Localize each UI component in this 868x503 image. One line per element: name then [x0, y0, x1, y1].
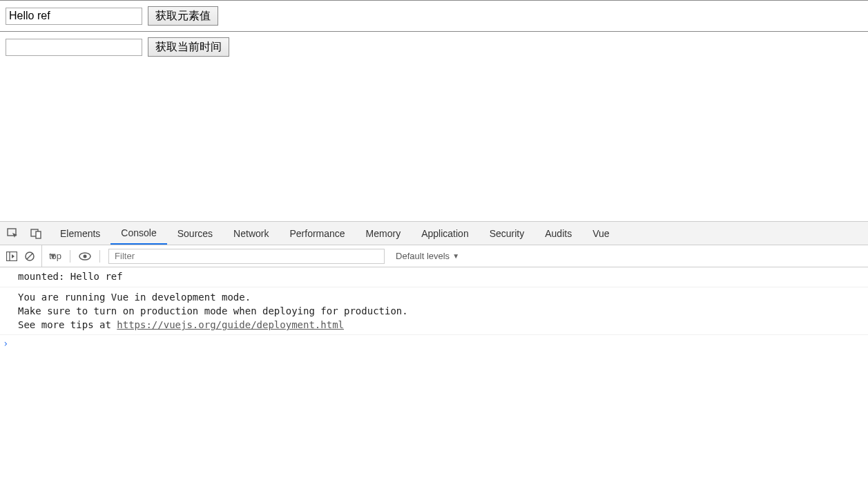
log-levels-label: Default levels	[396, 251, 450, 261]
tab-network[interactable]: Network	[223, 222, 279, 245]
form-row-2: 获取当前时间	[0, 32, 868, 62]
time-input[interactable]	[6, 39, 142, 56]
svg-point-8	[84, 254, 87, 258]
console-output: mounted: Hello ref You are running Vue i…	[0, 267, 868, 503]
form-row-1: 获取元素值	[0, 1, 868, 32]
devtools-tabstrip: Elements Console Sources Network Perform…	[0, 222, 868, 245]
device-toggle-icon[interactable]	[30, 227, 43, 240]
svg-line-6	[27, 254, 32, 259]
tab-audits[interactable]: Audits	[534, 222, 582, 245]
tab-vue[interactable]: Vue	[582, 222, 619, 245]
clear-console-icon[interactable]	[23, 250, 36, 263]
console-log-block: You are running Vue in development mode.…	[0, 287, 868, 336]
console-warn-text: See more tips at https://vuejs.org/guide…	[18, 318, 868, 332]
divider	[99, 250, 100, 263]
toggle-sidebar-icon[interactable]	[6, 250, 18, 263]
console-log-line: mounted: Hello ref	[0, 267, 868, 287]
divider	[70, 250, 70, 263]
console-prompt[interactable]: ›	[0, 335, 868, 352]
get-element-value-button[interactable]: 获取元素值	[148, 6, 218, 26]
console-warn-text: Make sure to turn on production mode whe…	[18, 304, 868, 318]
execution-context-select[interactable]: top ▼	[41, 245, 61, 267]
tab-memory[interactable]: Memory	[356, 222, 412, 245]
tab-sources[interactable]: Sources	[167, 222, 223, 245]
tab-elements[interactable]: Elements	[50, 222, 110, 245]
chevron-down-icon: ▼	[452, 252, 459, 260]
console-toolbar: top ▼ Default levels ▼	[0, 245, 868, 267]
execution-context-label: top	[49, 251, 61, 261]
svg-rect-2	[36, 231, 41, 238]
tab-performance[interactable]: Performance	[279, 222, 355, 245]
get-current-time-button[interactable]: 获取当前时间	[148, 37, 229, 57]
ref-input[interactable]	[6, 8, 142, 25]
filter-input[interactable]	[108, 249, 385, 264]
log-levels-select[interactable]: Default levels ▼	[390, 251, 459, 261]
tab-application[interactable]: Application	[411, 222, 479, 245]
inspect-element-icon[interactable]	[7, 227, 19, 240]
console-warn-text: You are running Vue in development mode.	[18, 290, 868, 304]
deployment-link[interactable]: https://vuejs.org/guide/deployment.html	[117, 319, 344, 330]
tab-security[interactable]: Security	[479, 222, 535, 245]
console-text: See more tips at	[18, 319, 117, 330]
tab-console[interactable]: Console	[110, 222, 166, 245]
devtools-panel: Elements Console Sources Network Perform…	[0, 221, 868, 503]
live-expression-icon[interactable]	[79, 250, 91, 263]
